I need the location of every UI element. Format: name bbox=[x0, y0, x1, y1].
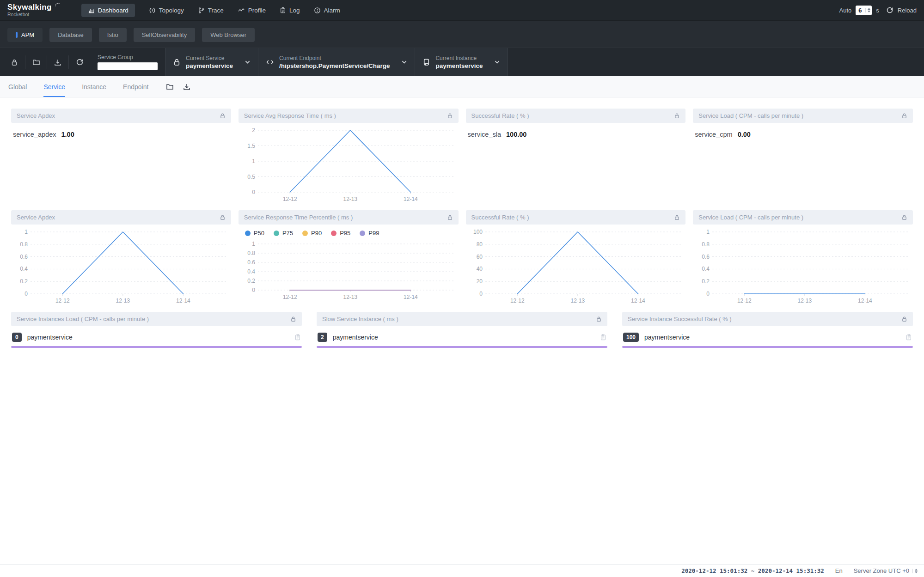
tab-endpoint[interactable]: Endpoint bbox=[123, 76, 148, 97]
metrics-row-2: Service Apdex 00.20.40.60.8112-1212-1312… bbox=[11, 210, 913, 308]
time-range[interactable]: 2020-12-12 15:01:32 ~ 2020-12-14 15:31:3… bbox=[681, 567, 824, 574]
auto-interval-input[interactable] bbox=[858, 7, 865, 14]
status-bar: 2020-12-12 15:01:32 ~ 2020-12-14 15:31:3… bbox=[0, 564, 924, 577]
legend-dot bbox=[302, 231, 308, 236]
lock-button[interactable] bbox=[4, 48, 25, 76]
legend-dot bbox=[274, 231, 279, 236]
metric-name: service_sla bbox=[468, 131, 502, 138]
legend-item-p50[interactable]: P50 bbox=[245, 230, 264, 237]
export-template-button[interactable] bbox=[47, 48, 68, 76]
legend-item-p90[interactable]: P90 bbox=[302, 230, 322, 237]
step-up-icon[interactable] bbox=[915, 569, 918, 571]
reload-label[interactable]: Reload bbox=[898, 7, 917, 14]
svg-text:12-13: 12-13 bbox=[116, 298, 130, 304]
card-successful-rate-chart: Successful Rate ( % ) 02040608010012-121… bbox=[466, 210, 686, 308]
stepper-arrows[interactable] bbox=[865, 8, 870, 12]
import-template-button[interactable] bbox=[25, 48, 47, 76]
current-service-selector[interactable]: Current Service paymentservice bbox=[165, 48, 258, 76]
selector-label: Current Endpoint bbox=[279, 55, 390, 61]
tab-service[interactable]: Service bbox=[43, 76, 65, 97]
nav-item-alarm[interactable]: Alarm bbox=[314, 4, 340, 17]
avg-response-time-line-chart: 00.511.5212-1212-1312-14 bbox=[239, 125, 456, 204]
svg-text:0.4: 0.4 bbox=[702, 266, 710, 272]
nav-label: Dashboard bbox=[98, 7, 129, 14]
reload-icon[interactable] bbox=[886, 6, 893, 14]
language-toggle[interactable]: En bbox=[835, 567, 843, 574]
instance-list-item[interactable]: 0 paymentservice bbox=[11, 333, 302, 342]
svg-text:12-12: 12-12 bbox=[283, 294, 297, 300]
brand[interactable]: Skywalking Rocketbot bbox=[7, 3, 60, 17]
service-group-input[interactable] bbox=[98, 62, 158, 70]
legend-item-p99[interactable]: P99 bbox=[360, 230, 379, 237]
log-icon bbox=[280, 7, 286, 14]
nav-item-log[interactable]: Log bbox=[280, 4, 300, 17]
current-instance-selector[interactable]: Current Instance paymentservice bbox=[415, 48, 508, 76]
legend-item-p95[interactable]: P95 bbox=[331, 230, 350, 237]
lock-icon[interactable] bbox=[447, 214, 453, 220]
value-badge: 2 bbox=[318, 333, 327, 342]
card-title: Service Apdex bbox=[17, 112, 55, 119]
step-down-icon[interactable] bbox=[868, 11, 870, 12]
percentile-legend: P50P75P90P95P99 bbox=[245, 230, 459, 237]
svg-text:0.4: 0.4 bbox=[20, 266, 28, 272]
svg-text:12-14: 12-14 bbox=[404, 196, 418, 202]
selector-label: Current Instance bbox=[435, 55, 483, 61]
instance-name: paymentservice bbox=[333, 334, 378, 341]
catalog-tab-apm[interactable]: APM bbox=[7, 28, 43, 42]
instance-icon bbox=[422, 58, 430, 66]
lock-icon[interactable] bbox=[674, 214, 680, 220]
instance-list-item[interactable]: 100 paymentservice bbox=[622, 333, 913, 342]
app-title: Skywalking bbox=[7, 3, 52, 11]
catalog-tab-database[interactable]: Database bbox=[49, 28, 92, 42]
tab-label: Endpoint bbox=[123, 83, 148, 91]
instance-name: paymentservice bbox=[644, 334, 690, 341]
instance-list-item[interactable]: 2 paymentservice bbox=[317, 333, 607, 342]
lock-icon[interactable] bbox=[901, 214, 907, 220]
catalog-tab-selfobservability[interactable]: SelfObservability bbox=[134, 28, 196, 42]
nav-item-topology[interactable]: Topology bbox=[149, 4, 184, 17]
folder-button[interactable] bbox=[166, 83, 174, 91]
auto-interval-stepper[interactable] bbox=[856, 6, 872, 15]
step-down-icon[interactable] bbox=[915, 571, 918, 573]
lock-icon[interactable] bbox=[447, 113, 453, 119]
nav-item-dashboard[interactable]: Dashboard bbox=[81, 4, 135, 17]
refresh-templates-button[interactable] bbox=[69, 48, 90, 76]
legend-label: P99 bbox=[368, 230, 379, 237]
download-icon bbox=[54, 59, 61, 66]
lock-icon[interactable] bbox=[674, 113, 680, 119]
lock-icon[interactable] bbox=[901, 113, 907, 119]
download-button[interactable] bbox=[183, 83, 190, 91]
step-up-icon[interactable] bbox=[868, 8, 870, 10]
catalog-tab-web-browser[interactable]: Web Browser bbox=[202, 28, 255, 42]
lock-icon[interactable] bbox=[596, 316, 602, 322]
lock-icon[interactable] bbox=[901, 316, 907, 322]
card-service-load-chart: Service Load ( CPM - calls per minute ) … bbox=[693, 210, 913, 308]
lock-icon[interactable] bbox=[220, 113, 226, 119]
catalog-label: SelfObservability bbox=[142, 31, 187, 38]
catalog-tab-istio[interactable]: Istio bbox=[99, 28, 127, 42]
svg-text:12-14: 12-14 bbox=[631, 298, 645, 304]
card-avg-response-time: Service Avg Response Time ( ms ) 00.511.… bbox=[239, 109, 459, 207]
card-title: Successful Rate ( % ) bbox=[471, 112, 529, 119]
dashboard-content: Service Apdex service_apdex1.00 Service … bbox=[0, 97, 924, 348]
clipboard-icon[interactable] bbox=[906, 334, 912, 341]
instance-progress-bar bbox=[11, 346, 302, 348]
svg-text:1: 1 bbox=[252, 241, 255, 247]
tab-global[interactable]: Global bbox=[8, 76, 27, 97]
card-successful-rate-stat: Successful Rate ( % ) service_sla100.00 bbox=[466, 109, 686, 207]
nav-item-trace[interactable]: Trace bbox=[198, 4, 224, 17]
value-badge: 0 bbox=[12, 333, 22, 342]
zone-stepper[interactable] bbox=[912, 569, 918, 573]
card-title: Slow Service Instance ( ms ) bbox=[322, 316, 398, 322]
legend-item-p75[interactable]: P75 bbox=[274, 230, 293, 237]
card-title: Service Load ( CPM - calls per minute ) bbox=[698, 214, 803, 221]
lock-icon[interactable] bbox=[290, 316, 296, 322]
legend-dot bbox=[331, 231, 337, 236]
clipboard-icon[interactable] bbox=[294, 334, 301, 341]
tab-instance[interactable]: Instance bbox=[82, 76, 106, 97]
clipboard-icon[interactable] bbox=[600, 334, 606, 341]
current-endpoint-selector[interactable]: Current Endpoint /hipstershop.PaymentSer… bbox=[258, 48, 415, 76]
nav-item-profile[interactable]: Profile bbox=[238, 4, 266, 17]
svg-text:12-13: 12-13 bbox=[343, 294, 357, 300]
lock-icon[interactable] bbox=[220, 214, 226, 220]
